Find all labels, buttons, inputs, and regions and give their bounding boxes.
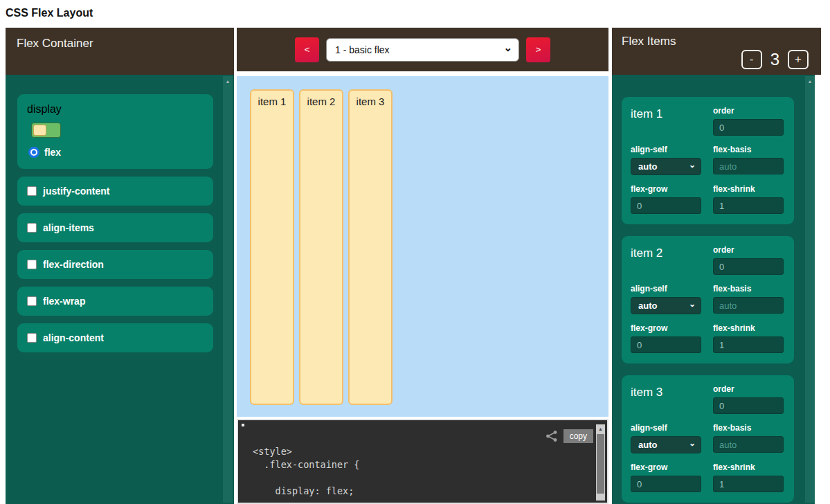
flex-grow-field: flex-grow bbox=[631, 462, 701, 492]
flex-items-panel-title: Flex Items bbox=[622, 35, 811, 48]
item-count-controls: - 3 + bbox=[622, 50, 811, 71]
right-panel-scrollbar[interactable]: ▲ bbox=[805, 76, 815, 503]
justify-content-label: justify-content bbox=[43, 186, 109, 197]
align-self-label: align-self bbox=[631, 284, 701, 294]
flex-items-panel: Flex Items - 3 + item 1 order align-self bbox=[612, 28, 821, 504]
flex-shrink-field: flex-shrink bbox=[713, 323, 784, 353]
flex-container-panel: Flex Container display flex justify-cont… bbox=[6, 28, 234, 504]
align-items-checkbox[interactable] bbox=[27, 223, 37, 233]
flex-shrink-input[interactable] bbox=[713, 197, 784, 214]
flex-shrink-input[interactable] bbox=[713, 476, 784, 492]
align-self-field: align-self auto ⌄ bbox=[631, 145, 701, 175]
flex-grow-input[interactable] bbox=[631, 197, 701, 214]
flex-basis-field: flex-basis bbox=[713, 145, 784, 175]
flex-shrink-label: flex-shrink bbox=[713, 323, 784, 333]
preview-column: < 1 - basic flex ⌄ > item 1 item 2 item … bbox=[237, 28, 608, 504]
scroll-up-icon[interactable]: ▲ bbox=[596, 424, 605, 431]
item-card-title: item 2 bbox=[631, 245, 701, 275]
code-line: .flex-container { bbox=[253, 458, 586, 471]
order-label: order bbox=[713, 106, 784, 116]
code-scrollbar[interactable]: ▲ bbox=[596, 424, 605, 501]
flex-basis-input[interactable] bbox=[713, 297, 784, 314]
code-cursor-dot bbox=[242, 424, 244, 426]
flex-shrink-field: flex-shrink bbox=[713, 462, 784, 492]
display-flex-radio-row: flex bbox=[27, 147, 204, 158]
flex-grow-label: flex-grow bbox=[631, 462, 701, 472]
prev-example-button[interactable]: < bbox=[295, 37, 319, 62]
align-self-select[interactable]: auto bbox=[631, 297, 701, 314]
flex-items-panel-body: item 1 order align-self auto ⌄ flex-basi bbox=[612, 75, 815, 504]
next-example-button[interactable]: > bbox=[526, 37, 550, 62]
align-content-label: align-content bbox=[43, 332, 104, 343]
order-field: order bbox=[713, 245, 784, 275]
property-card-align-content: align-content bbox=[17, 323, 213, 352]
flex-basis-input[interactable] bbox=[713, 158, 784, 174]
example-select[interactable]: 1 - basic flex bbox=[326, 38, 519, 62]
flex-shrink-label: flex-shrink bbox=[713, 462, 784, 472]
copy-button[interactable]: copy bbox=[563, 429, 593, 443]
code-line: display: flex; bbox=[253, 485, 586, 498]
left-panel-scrollbar[interactable]: ▲ bbox=[223, 76, 233, 503]
flex-basis-label: flex-basis bbox=[713, 423, 784, 433]
code-toolbar: copy bbox=[545, 429, 593, 443]
main-layout: Flex Container display flex justify-cont… bbox=[6, 28, 830, 504]
scroll-up-icon[interactable]: ▲ bbox=[223, 76, 233, 84]
align-self-select[interactable]: auto bbox=[631, 436, 701, 453]
property-card-flex-direction: flex-direction bbox=[17, 250, 213, 279]
flex-basis-label: flex-basis bbox=[713, 284, 784, 294]
share-icon[interactable] bbox=[545, 430, 558, 442]
order-label: order bbox=[713, 245, 784, 255]
flex-grow-field: flex-grow bbox=[631, 184, 701, 214]
order-label: order bbox=[713, 384, 784, 394]
item-card-title: item 3 bbox=[631, 384, 701, 414]
code-panel: copy <style> .flex-container { display: … bbox=[237, 419, 608, 504]
property-card-align-items: align-items bbox=[17, 213, 213, 242]
code-line: <style> bbox=[253, 445, 586, 458]
flex-basis-label: flex-basis bbox=[713, 145, 784, 154]
flex-shrink-label: flex-shrink bbox=[713, 184, 784, 194]
remove-item-button[interactable]: - bbox=[741, 50, 762, 69]
display-flex-radio-label: flex bbox=[44, 147, 61, 158]
preview-flex-item-2: item 2 bbox=[299, 89, 343, 405]
order-input[interactable] bbox=[713, 258, 784, 275]
code-scrollbar-thumb[interactable] bbox=[597, 434, 604, 494]
item-card-1: item 1 order align-self auto ⌄ flex-basi bbox=[622, 97, 794, 224]
flex-grow-field: flex-grow bbox=[631, 323, 701, 353]
flex-grow-label: flex-grow bbox=[631, 323, 701, 333]
display-label: display bbox=[27, 103, 204, 116]
flex-shrink-field: flex-shrink bbox=[713, 184, 784, 214]
property-card-justify-content: justify-content bbox=[17, 177, 213, 206]
preview-flex-item-1: item 1 bbox=[250, 89, 294, 405]
display-toggle[interactable] bbox=[31, 123, 61, 138]
preview-flex-item-3: item 3 bbox=[348, 89, 393, 405]
flex-wrap-label: flex-wrap bbox=[43, 296, 85, 307]
align-content-checkbox[interactable] bbox=[27, 333, 37, 343]
order-input[interactable] bbox=[713, 397, 784, 414]
align-self-select[interactable]: auto bbox=[631, 158, 701, 175]
flex-basis-input[interactable] bbox=[713, 436, 784, 453]
flex-grow-input[interactable] bbox=[631, 476, 701, 492]
flex-grow-input[interactable] bbox=[631, 336, 701, 353]
display-flex-radio[interactable] bbox=[28, 147, 39, 158]
add-item-button[interactable]: + bbox=[788, 50, 809, 69]
flex-items-panel-header: Flex Items - 3 + bbox=[612, 28, 821, 75]
code-line bbox=[253, 471, 586, 485]
align-items-label: align-items bbox=[43, 222, 94, 233]
flex-basis-field: flex-basis bbox=[713, 284, 784, 314]
example-select-wrap: 1 - basic flex ⌄ bbox=[326, 38, 519, 62]
flex-grow-label: flex-grow bbox=[631, 184, 701, 194]
flex-container-panel-body: display flex justify-content align bbox=[6, 75, 234, 504]
flex-direction-checkbox[interactable] bbox=[27, 260, 37, 269]
order-input[interactable] bbox=[713, 119, 784, 136]
item-card-title: item 1 bbox=[631, 106, 701, 136]
flex-container-panel-title: Flex Container bbox=[6, 28, 234, 75]
align-self-field: align-self auto ⌄ bbox=[631, 284, 701, 314]
flex-basis-field: flex-basis bbox=[713, 423, 784, 453]
align-self-label: align-self bbox=[631, 145, 701, 154]
align-self-label: align-self bbox=[631, 423, 701, 433]
flex-shrink-input[interactable] bbox=[713, 336, 784, 353]
justify-content-checkbox[interactable] bbox=[27, 186, 37, 196]
scroll-up-icon[interactable]: ▲ bbox=[805, 76, 815, 84]
flex-wrap-checkbox[interactable] bbox=[27, 296, 37, 306]
page-title: CSS Flex Layout bbox=[0, 0, 830, 28]
